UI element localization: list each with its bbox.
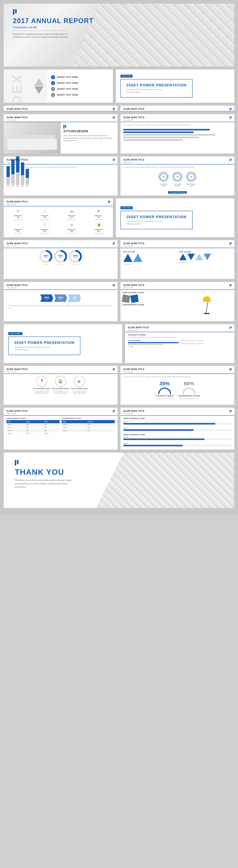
top-quality-text: TOP QUALITY DESIGN	[168, 191, 187, 194]
donut-inner-3: 40% TEXT	[71, 252, 80, 261]
barchart-accent	[113, 159, 115, 161]
tri-date: Slide sub title	[123, 245, 145, 247]
table-left: SLEEK DIAGRAM & CHART Item Value Total I…	[6, 417, 60, 435]
progress-label1: SLEEK DIAGRAM & CHART	[123, 417, 232, 419]
gauge-visual: 35% TOP QUALITY DESIGN You can replace w…	[123, 378, 232, 403]
row-table-progress: SLIDE MAIN TITLE Slide sub title SLEEK D…	[4, 408, 234, 450]
ca-bar-1	[230, 327, 231, 329]
progress-label-4: Item 4	[123, 442, 232, 444]
catching-right: Enter your title Enter your title here E…	[181, 340, 232, 347]
catching-left: STYLISH DESIGN 📍 ⊕ 🏠	[128, 340, 179, 347]
tri-blue-1	[123, 254, 132, 262]
row-icons-power: SLIDE MAIN TITLE Slide sub title ✈ Enter…	[4, 198, 234, 237]
eyecatch-item-2: 🏠 EYE-CATCHING VISUAL You can replace wi…	[52, 376, 69, 394]
index-word: INDEX	[9, 73, 24, 103]
tri-left-desc: Enter your title	[123, 264, 176, 265]
cover-bar-1	[13, 9, 14, 15]
donuts-accent	[113, 242, 115, 245]
donut-circle-3: 40% TEXT	[69, 250, 82, 263]
triangle-down	[34, 87, 43, 94]
circles-title-h: SLIDE MAIN TITLE	[123, 158, 145, 161]
ic-bar-2	[109, 200, 110, 203]
td2-1-2: 250	[87, 423, 115, 426]
progress-label-2: Item 2	[123, 427, 232, 429]
catching-title-h: SLIDE MAIN TITLE	[128, 326, 149, 329]
table-row2-1: Type A 250	[62, 423, 115, 426]
bar-col-gray-5	[26, 179, 29, 185]
gauge-arc-2	[183, 388, 196, 394]
ic-bar-1	[108, 200, 109, 203]
donut-item-3: 40% TEXT ★★★★★	[69, 250, 82, 265]
data-table-2: Type Amount Type A 250 Type B 180	[62, 420, 115, 432]
table-body: SLEEK DIAGRAM & CHART Item Value Total I…	[4, 415, 118, 437]
td-1-3: 500	[43, 423, 60, 426]
icon-shield: 🛡	[42, 222, 48, 228]
blue-bar-4	[231, 108, 232, 110]
progress-bars-1: Item 1 Item 2	[123, 421, 232, 432]
icon-music: ♪	[15, 222, 21, 228]
icon-desc-5: Enter your title	[14, 233, 22, 234]
bar-col-blue-5	[26, 169, 29, 178]
slide-eyecatch: SLIDE MAIN TITLE Slide sub title 📍 EYE-C…	[4, 366, 118, 405]
catching-stylish: STYLISH DESIGN	[128, 340, 179, 341]
bar-col-blue-1	[6, 166, 10, 177]
slide-contemporary: SLIDE MAIN TITLE Slide sub title SLEEK D…	[120, 282, 234, 321]
blue-accent-1a	[113, 108, 115, 111]
progress-bg-4	[123, 445, 232, 446]
td2-1-1: Type A	[62, 423, 87, 426]
bar-col-gray-2	[11, 175, 14, 185]
td2-2-1: Type B	[62, 426, 87, 429]
table-row-header-2: Type Amount	[62, 420, 115, 423]
catch-bar-1	[128, 342, 179, 343]
eyecatch-date: Slide sub title	[6, 371, 28, 373]
eyecatch-desc-1: You can replace with your own text here …	[34, 390, 49, 394]
row-eyecatch-gauge: SLIDE MAIN TITLE Slide sub title 📍 EYE-C…	[4, 366, 234, 405]
slide-index: INDEX 1 INSERT TEXT HERE 2 INSERT TEXT H…	[4, 69, 113, 103]
table-right: CONTEMPORARY COLORS Type Amount Type A 2…	[62, 417, 115, 435]
icon-title-7: Enter yourtitle	[68, 229, 76, 232]
sofa-shape	[7, 139, 57, 150]
progress-bg-2	[123, 429, 232, 431]
arrow-body-3: 3% text	[68, 294, 81, 302]
power-box-two: 25SET POWER PRESENTATION This element of…	[120, 211, 192, 229]
icon-item-7: ⊕ Enter yourtitle Enter your title	[59, 222, 84, 234]
slide-bar-chart: SLIDE MAIN TITLE Slide sub title You onl…	[4, 156, 118, 195]
eyecatch-item-3: ▶ EYE-CATCHING VISUAL You can replace wi…	[71, 376, 88, 394]
td-3-3: 400	[43, 429, 60, 432]
progress-item-4: Item 4	[123, 442, 232, 446]
icon-item-8: 🔰 Enter yourtitle Enter your title	[86, 222, 111, 234]
table-header: SLIDE MAIN TITLE Slide sub title	[4, 408, 118, 415]
row-donut-tri: SLIDE MAIN TITLE Slide sub title 40% TEX…	[4, 240, 234, 279]
icon-desc-6: Enter your title	[41, 233, 49, 234]
circles-desc: You only there and these colors in range…	[123, 166, 232, 168]
progress-title-h: SLIDE MAIN TITLE	[123, 409, 145, 412]
progress-date: Slide sub title	[123, 413, 145, 414]
donuts-header: SLIDE MAIN TITLE Slide sub title	[4, 240, 118, 248]
icon-desc-8: Enter your title	[94, 233, 103, 234]
donuts-date: Slide sub title	[6, 245, 28, 247]
circles-header: SLIDE MAIN TITLE Slide sub title	[120, 156, 234, 164]
tri-blue-2	[179, 254, 187, 260]
icon-globe: ⊕	[69, 222, 75, 228]
stylish-header: SLIDE MAIN TITLE Slide sub title	[4, 114, 118, 122]
bar-chart-visual: 2013 2014 2015 2016	[6, 168, 115, 189]
icon-item-5: ♪ Enter yourtitle Enter your title	[5, 222, 30, 234]
icon-item-3: 📖 Enter yourtitle Enter your title	[59, 208, 84, 220]
table-date: Slide sub title	[6, 413, 28, 414]
tr-bar-2	[231, 242, 232, 244]
eyecatch-label-1: EYE-CATCHING VISUAL	[33, 388, 50, 390]
icons-date: Slide sub title	[6, 204, 28, 205]
icon-title-1: Enter yourtitle	[14, 215, 22, 218]
h-line-4	[123, 137, 199, 138]
slide-header-right-1: SLIDE MAIN TITLE	[120, 106, 234, 111]
circle-label-2: Top QualityDesign	[174, 183, 181, 187]
ey-bar-2	[114, 368, 115, 370]
progress-item-3: Item 3	[123, 436, 232, 440]
icon-title-5: Enter yourtitle	[14, 229, 22, 232]
stars-1: ★★★★★	[43, 264, 49, 265]
icon-triangle: △	[42, 208, 48, 214]
power-title-three: 25SET POWER PRESENTATION	[14, 341, 75, 345]
ty-bar-2	[17, 460, 19, 464]
icon-title-3: Enter yourtitle	[68, 215, 76, 218]
catching-header: SLIDE MAIN TITLE Slide sub title	[125, 324, 234, 332]
